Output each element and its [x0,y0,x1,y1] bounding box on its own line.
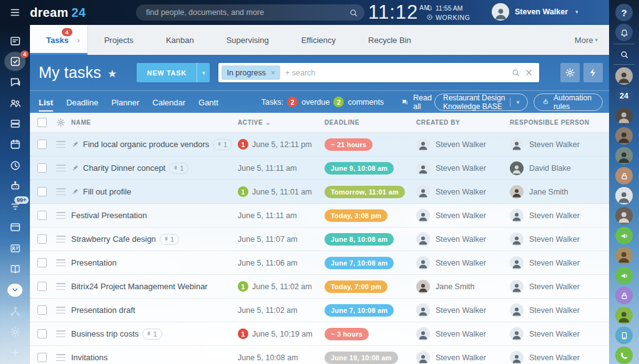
task-name[interactable]: Charity Dinner concept [83,163,165,173]
rail-help-button[interactable]: ? [615,4,633,21]
filter-chip[interactable]: In progress × [222,65,280,80]
task-name[interactable]: Presentation [71,258,117,267]
rail-search-button[interactable] [613,44,635,65]
rail-device-button[interactable] [615,327,633,344]
task-name[interactable]: Presentation draft [71,305,135,315]
filter-chip-remove-icon[interactable]: × [271,69,275,77]
task-name[interactable]: Strawberry Cafe design [71,234,156,244]
creator-name[interactable]: Steven Walker [436,211,486,220]
drag-handle-icon[interactable] [56,354,66,361]
new-task-button[interactable]: NEW TASK ▾ [137,63,210,82]
tab-kanban[interactable]: Kanban [150,25,210,55]
task-name[interactable]: Invitations [71,353,108,362]
responsible-name[interactable]: Steven Walker [529,235,580,244]
row-checkbox[interactable] [37,305,47,315]
rail-avatar[interactable] [615,107,633,125]
rail-megaphone-button[interactable] [615,267,633,284]
sidebar-item-tasks[interactable]: 4 [4,52,26,70]
drag-handle-icon[interactable] [56,259,66,266]
deadline-badge[interactable]: Today, 3:08 pm [324,209,388,222]
sidebar-item-drive[interactable] [4,114,26,133]
view-gantt[interactable]: Gantt [198,92,218,112]
sidebar-item-crm-bot[interactable] [4,176,26,195]
gear-icon[interactable] [56,118,66,127]
task-name[interactable]: Bitrix24 Project Management Webinar [71,282,208,291]
table-row[interactable]: Festival PresentationJune 5, 11:11 amTod… [30,204,609,228]
workday-widget[interactable]: 11:55 AM WORKING [426,3,471,22]
creator-name[interactable]: Steven Walker [436,164,486,173]
table-row[interactable]: InvitationsJune 5, 10:08 amJune 19, 10:0… [30,346,609,364]
drag-handle-icon[interactable] [56,307,66,314]
creator-name[interactable]: Steven Walker [436,188,486,196]
tab-recycle-bin[interactable]: Recycle Bin [352,25,427,55]
responsible-name[interactable]: Steven Walker [529,282,580,291]
overdue-label[interactable]: overdue [301,98,329,107]
rail-bell-button[interactable] [615,24,633,41]
drag-handle-icon[interactable] [56,141,66,148]
row-checkbox[interactable] [37,140,47,149]
rail-avatar[interactable] [615,307,633,324]
responsible-name[interactable]: David Blake [529,164,571,173]
deadline-badge[interactable]: June 8, 10:08 am [324,233,394,246]
drag-handle-icon[interactable] [56,236,66,242]
rail-counter-badge[interactable]: 24 [615,87,633,105]
tab-more[interactable]: More ▾ [563,25,609,55]
view-list[interactable]: List [39,92,53,112]
rail-phone-button[interactable] [615,347,633,364]
row-checkbox[interactable] [37,187,47,196]
deadline-badge[interactable]: June 19, 10:08 am [324,352,398,364]
rail-lock-button[interactable] [615,167,633,184]
sidebar-item-feed[interactable] [4,31,26,50]
column-created-by[interactable]: CREATED BY [416,119,510,126]
favorite-star-icon[interactable]: ★ [107,67,117,80]
view-calendar[interactable]: Calendar [152,92,185,112]
table-row[interactable]: Strawberry Cafe design1June 5, 11:07 amJ… [30,228,609,251]
table-row[interactable]: Presentation draftJune 5, 11:02 amJune 7… [30,299,609,322]
row-checkbox[interactable] [37,211,47,220]
responsible-name[interactable]: Steven Walker [529,306,580,315]
new-task-dropdown[interactable]: ▾ [197,63,210,82]
deadline-badge[interactable]: Tomorrow, 11:01 am [324,186,405,198]
deadline-badge[interactable]: June 7, 10:08 am [324,304,394,317]
sidebar-item-chevron-down[interactable] [7,284,22,297]
sidebar-item-structure[interactable] [4,302,26,320]
global-search[interactable] [136,4,364,21]
deadline-badge[interactable]: Today, 7:00 pm [324,280,388,293]
sidebar-item-contact-center[interactable] [4,239,26,257]
column-deadline[interactable]: DEADLINE [324,119,416,126]
sidebar-item-sales-funnel[interactable]: 99+ [4,198,26,216]
view-deadline[interactable]: Deadline [66,92,98,112]
row-checkbox[interactable] [37,282,47,291]
responsible-name[interactable]: Steven Walker [529,353,580,362]
knowledge-base-button[interactable]: Restaurant Design Knowledge BASE ▾ [434,93,528,111]
task-filter-bar[interactable]: In progress × [218,63,539,82]
deadline-badge[interactable]: ~ 3 hours [324,328,369,340]
overdue-count-badge[interactable]: 2 [287,97,298,107]
comments-label[interactable]: comments [348,98,384,107]
responsible-name[interactable]: Steven Walker [529,259,580,267]
task-name[interactable]: Fill out profile [83,187,131,196]
row-checkbox[interactable] [37,234,47,244]
table-row[interactable]: Charity Dinner concept1June 5, 11:11 amJ… [30,156,609,180]
creator-name[interactable]: Jane Smith [436,282,475,291]
responsible-name[interactable]: Steven Walker [529,140,580,149]
rail-avatar[interactable] [615,187,633,204]
drag-handle-icon[interactable] [56,188,66,195]
creator-name[interactable]: Steven Walker [436,306,486,315]
responsible-name[interactable]: Steven Walker [529,330,580,338]
creator-name[interactable]: Steven Walker [436,330,486,338]
drag-handle-icon[interactable] [56,330,66,337]
column-responsible[interactable]: RESPONSIBLE PERSON [510,119,609,126]
row-checkbox[interactable] [37,353,47,362]
rail-megaphone-button[interactable] [615,227,633,244]
rail-avatar[interactable] [615,127,633,145]
sidebar-item-messenger[interactable] [4,73,26,92]
select-all-checkbox[interactable] [37,118,47,127]
rail-avatar[interactable] [615,207,633,224]
rail-avatar[interactable] [615,247,633,264]
read-all-button[interactable]: Read all [401,93,434,111]
sidebar-item-employees[interactable] [4,93,26,112]
sidebar-item-add[interactable] [4,343,26,362]
task-name[interactable]: Business trip costs [71,329,139,338]
view-planner[interactable]: Planner [111,92,139,112]
